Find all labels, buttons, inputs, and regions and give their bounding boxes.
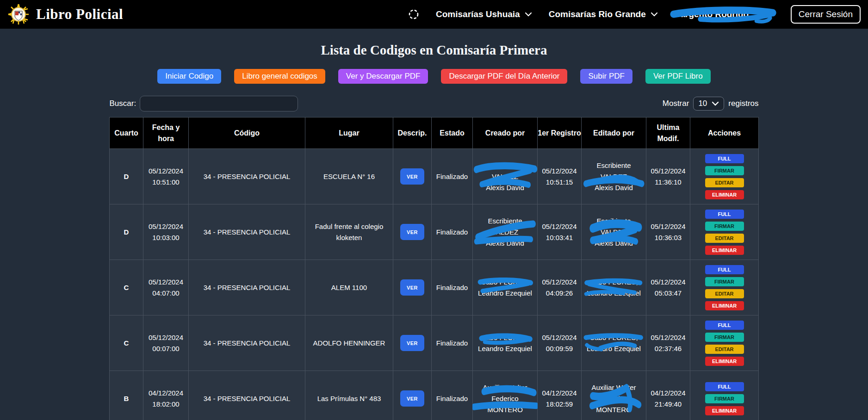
search-label: Buscar: [110,99,136,108]
cell-1er-registro: 05/12/202404:09:26 [538,260,582,315]
redacted-name: Escribiente VALDEZAlexis David [583,215,644,250]
ver-descargar-pdf-button[interactable]: Ver y Descargar PDF [338,69,428,84]
cell-codigo: 34 - PRESENCIA POLICIAL [189,315,305,371]
col-header-1er-registro: 1er Registro [538,117,582,149]
cell-acciones: FULL FIRMAR EDITAR ELIMINAR [690,204,759,260]
redacted-name: Cabo FLORES,Leandro Ezequiel [584,331,644,355]
editar-button[interactable]: EDITAR [705,345,744,354]
eliminar-button[interactable]: ELIMINAR [705,246,744,255]
app: Libro Policial Comisarías Ushuaia Comisa… [0,0,868,420]
cell-acciones: FULL FIRMAR ELIMINAR [690,371,759,420]
descargar-pdf-dia-anterior-button[interactable]: Descargar PDF del Día Anterior [441,69,567,84]
iniciar-codigo-button[interactable]: Iniciar Codigo [157,69,221,84]
col-header-cuarto: Cuarto [110,117,143,149]
cell-lugar: Las Prímulas N° 483 [305,371,393,420]
firmar-button[interactable]: FIRMAR [705,333,744,342]
cell-estado: Finalizado [432,371,473,420]
cell-estado: Finalizado [432,204,473,260]
cell-ultima-modif: 05/12/202405:03:47 [646,260,690,315]
police-crest-logo [7,3,30,25]
ver-pdf-libro-button[interactable]: Ver PDF Libro [645,69,711,84]
firmar-button[interactable]: FIRMAR [705,166,744,175]
cell-estado: Finalizado [432,149,473,204]
user-name-text: Sargento Rodrigo [675,9,749,19]
cell-cuarto: C [110,315,143,371]
navbar: Libro Policial Comisarías Ushuaia Comisa… [0,0,868,29]
cell-codigo: 34 - PRESENCIA POLICIAL [189,149,305,204]
eliminar-button[interactable]: ELIMINAR [705,190,744,199]
search-wrap: Buscar: [110,96,298,111]
redacted-name: Cabo FLORES,Leandro Ezequiel [584,276,644,300]
full-button[interactable]: FULL [705,265,744,274]
cell-codigo: 34 - PRESENCIA POLICIAL [189,260,305,315]
cell-descrip: VER [393,149,432,204]
firmar-button[interactable]: FIRMAR [705,277,744,286]
cell-fecha-hora: 05/12/202410:03:00 [143,204,189,260]
chevron-down-icon [712,101,719,106]
eliminar-button[interactable]: ELIMINAR [705,357,744,366]
col-header-fecha: Fecha y hora [143,117,189,149]
page-title: Lista de Codigos en Comisaría Primera [0,43,868,58]
editar-button[interactable]: EDITAR [705,289,744,298]
full-button[interactable]: FULL [705,154,744,163]
redacted-name: Escribiente VALDEZAlexis David [475,215,535,250]
logged-user-name: Sargento Rodrigo [675,9,774,19]
subir-pdf-button[interactable]: Subir PDF [580,69,632,84]
table-controls: Buscar: Mostrar 10 registros [110,96,759,111]
cell-cuarto: D [110,204,143,260]
ver-button[interactable]: VER [400,168,424,185]
editar-button[interactable]: EDITAR [705,178,744,187]
cell-editado-por: Auxiliar WalterFederico MONTERO [582,371,646,420]
redacted-name: Cabo FLORES,Leandro Ezequiel [475,331,535,355]
cell-lugar: ALEM 1100 [305,260,393,315]
redacted-name: Escribiente VALDEZAlexis David [583,159,644,194]
page-size-label-registros: registros [728,99,758,108]
cell-descrip: VER [393,315,432,371]
cell-lugar: ADOLFO HENNINGER [305,315,393,371]
navbar-right: Comisarías Ushuaia Comisarías Rio Grande… [408,5,861,24]
cell-editado-por: Cabo FLORES,Leandro Ezequiel [582,260,646,315]
table-row: D 05/12/202410:03:00 34 - PRESENCIA POLI… [110,204,759,260]
eliminar-button[interactable]: ELIMINAR [705,406,744,415]
menu-comisarias-riogrande[interactable]: Comisarías Rio Grande [549,9,658,19]
logout-button[interactable]: Cerrar Sesión [791,5,861,24]
full-button[interactable]: FULL [705,321,744,330]
cell-descrip: VER [393,371,432,420]
search-input[interactable] [140,96,298,111]
cell-codigo: 34 - PRESENCIA POLICIAL [189,204,305,260]
header-row: Cuarto Fecha y hora Código Lugar Descrip… [110,117,759,149]
chevron-down-icon [651,12,658,17]
table-row: B 04/12/202418:02:00 34 - PRESENCIA POLI… [110,371,759,420]
cell-lugar: Fadul frente al colegio kloketen [305,204,393,260]
full-button[interactable]: FULL [705,382,744,391]
libro-general-codigos-button[interactable]: Libro general codigos [234,69,325,84]
firmar-button[interactable]: FIRMAR [705,394,744,403]
firmar-button[interactable]: FIRMAR [705,222,744,231]
cell-acciones: FULL FIRMAR EDITAR ELIMINAR [690,260,759,315]
table-row: C 05/12/202400:07:00 34 - PRESENCIA POLI… [110,315,759,371]
cell-descrip: VER [393,260,432,315]
col-header-lugar: Lugar [305,117,393,149]
page-size-select[interactable]: 10 [693,97,724,111]
ver-button[interactable]: VER [400,224,424,240]
cell-ultima-modif: 05/12/202411:36:10 [646,149,690,204]
ver-button[interactable]: VER [400,335,424,351]
col-header-editado: Editado por [582,117,646,149]
ver-button[interactable]: VER [400,279,424,296]
brand: Libro Policial [7,3,123,25]
eliminar-button[interactable]: ELIMINAR [705,301,744,310]
loading-spinner-icon [408,9,419,20]
editar-button[interactable]: EDITAR [705,234,744,243]
cell-creado-por: Escribiente VALDEZAlexis David [473,149,538,204]
redacted-name: Auxiliar WalterFederico MONTERO [475,381,535,416]
cell-acciones: FULL FIRMAR EDITAR ELIMINAR [690,315,759,371]
col-header-codigo: Código [189,117,305,149]
ver-button[interactable]: VER [400,390,424,407]
menu-comisarias-ushuaia[interactable]: Comisarías Ushuaia [436,9,532,19]
menu-comisarias-ushuaia-label: Comisarías Ushuaia [436,9,520,19]
full-button[interactable]: FULL [705,210,744,219]
cell-ultima-modif: 05/12/202402:37:46 [646,315,690,371]
col-header-acciones: Acciones [690,117,759,149]
cell-creado-por: Auxiliar WalterFederico MONTERO [473,371,538,420]
cell-fecha-hora: 05/12/202404:07:00 [143,260,189,315]
